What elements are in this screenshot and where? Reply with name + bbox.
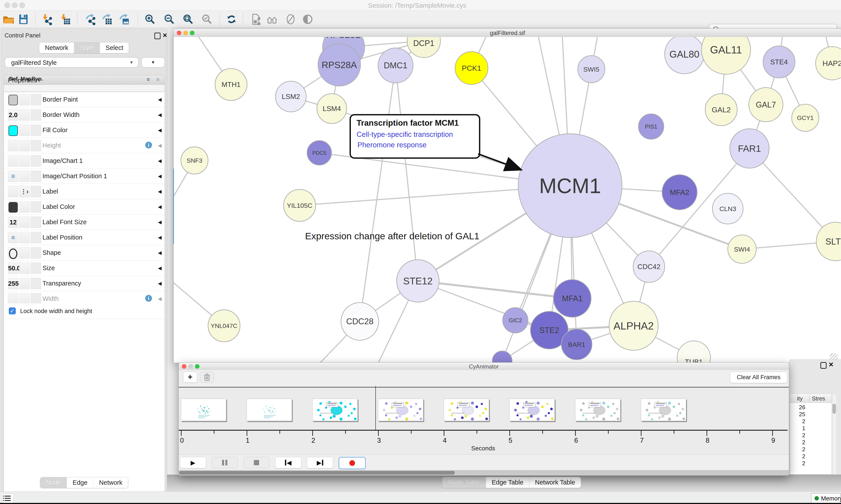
property-row-image-chart-position-1[interactable]: ≡Image/Chart Position 1◀ bbox=[4, 168, 165, 184]
mapping-cell[interactable] bbox=[19, 170, 30, 182]
hide-icon[interactable] bbox=[285, 13, 297, 25]
mapping-cell[interactable] bbox=[19, 263, 30, 274]
network-node-mfa2[interactable]: MFA2 bbox=[662, 175, 697, 210]
mapping-cell[interactable] bbox=[19, 232, 30, 243]
bypass-cell[interactable] bbox=[31, 263, 41, 274]
default-value-cell[interactable] bbox=[8, 155, 18, 167]
network-node-gic2[interactable]: GIC2 bbox=[503, 308, 528, 333]
open-session-icon[interactable] bbox=[3, 13, 15, 25]
network-node-ste12[interactable]: STE12 bbox=[397, 260, 439, 302]
mapping-cell[interactable] bbox=[19, 293, 30, 305]
frame-thumbnail-7[interactable] bbox=[641, 399, 686, 421]
default-value-cell[interactable]: 12 bbox=[8, 217, 18, 228]
float-window-icon[interactable] bbox=[820, 362, 826, 369]
annotation-link[interactable]: Pheromone response bbox=[357, 141, 427, 149]
zoom-out-icon[interactable] bbox=[163, 13, 175, 25]
default-value-cell[interactable]: ≡ bbox=[8, 170, 18, 182]
tab-style[interactable]: Style bbox=[74, 42, 100, 53]
property-row-label[interactable]: ⋮›Label◀ bbox=[4, 184, 165, 199]
mapping-cell[interactable] bbox=[19, 125, 30, 136]
lock-size-checkbox[interactable]: ✓ bbox=[9, 307, 16, 314]
network-node-mcm1[interactable]: MCM1 bbox=[518, 134, 622, 237]
default-value-cell[interactable]: 255 bbox=[8, 278, 18, 289]
property-row-label-font-size[interactable]: 12Label Font Size◀ bbox=[4, 215, 165, 230]
zoom-fit-icon[interactable] bbox=[182, 13, 194, 25]
frame-thumbnail-5[interactable] bbox=[509, 399, 555, 421]
show-icon[interactable] bbox=[302, 13, 314, 25]
expand-all-icon[interactable]: » bbox=[145, 78, 153, 82]
network-node-lsm2[interactable]: LSM2 bbox=[275, 81, 306, 112]
expand-row-icon[interactable]: ◀ bbox=[158, 97, 162, 103]
clone-network-icon[interactable] bbox=[250, 13, 262, 25]
default-value-cell[interactable] bbox=[8, 140, 18, 151]
network-node-cdc42[interactable]: CDC42 bbox=[633, 251, 665, 283]
timeline-scrollbar[interactable] bbox=[179, 470, 789, 475]
column-divider[interactable] bbox=[809, 395, 810, 402]
network-node-ynl047c[interactable]: YNL047C bbox=[208, 310, 240, 342]
style-selector[interactable]: galFiltered Style ▼ bbox=[5, 57, 139, 68]
frame-thumbnail-4[interactable] bbox=[444, 399, 489, 421]
mapping-cell[interactable] bbox=[19, 217, 30, 228]
mapping-cell[interactable] bbox=[19, 247, 30, 258]
import-table-icon[interactable] bbox=[59, 13, 71, 25]
network-node-gal80[interactable]: GAL80 bbox=[665, 37, 704, 74]
stop-button[interactable] bbox=[243, 457, 270, 468]
property-row-label-color[interactable]: Label Color◀ bbox=[4, 199, 165, 215]
tab-network[interactable]: Network bbox=[93, 477, 128, 488]
property-row-border-width[interactable]: 2.0Border Width◀ bbox=[4, 107, 165, 123]
network-node-slt2[interactable]: SLT2 bbox=[816, 222, 841, 261]
default-value-cell[interactable]: 2.0 bbox=[8, 109, 18, 121]
default-value-cell[interactable] bbox=[8, 293, 18, 305]
add-frame-button[interactable]: + bbox=[183, 372, 197, 383]
network-node-gcy1[interactable]: GCY1 bbox=[792, 104, 819, 131]
bypass-cell[interactable] bbox=[31, 217, 41, 228]
skip-end-button[interactable]: ▶ bbox=[307, 457, 333, 468]
table-scrollbar-thumb[interactable] bbox=[833, 404, 836, 414]
default-value-cell[interactable]: 50.0 bbox=[8, 263, 18, 274]
bypass-cell[interactable] bbox=[31, 109, 41, 121]
default-value-cell[interactable]: ≡ bbox=[8, 232, 18, 243]
expand-row-icon[interactable]: ◀ bbox=[158, 158, 162, 164]
bypass-cell[interactable] bbox=[31, 278, 41, 289]
bypass-cell[interactable] bbox=[31, 170, 41, 182]
frame-thumbnail-3[interactable] bbox=[378, 399, 423, 421]
network-node-mth1[interactable]: MTH1 bbox=[215, 69, 247, 101]
frame-thumbnail-0[interactable] bbox=[181, 399, 226, 421]
bypass-cell[interactable] bbox=[31, 94, 41, 105]
tab-network-table[interactable]: Network Table bbox=[529, 477, 581, 488]
mapping-cell[interactable] bbox=[19, 155, 30, 167]
bypass-cell[interactable] bbox=[31, 232, 41, 243]
expand-row-icon[interactable]: ◀ bbox=[158, 189, 162, 194]
playhead[interactable] bbox=[375, 386, 376, 430]
expand-row-icon[interactable]: ◀ bbox=[158, 127, 162, 133]
clear-all-frames-button[interactable]: Clear All Frames bbox=[730, 372, 787, 383]
network-node-swi4[interactable]: SWI4 bbox=[728, 235, 756, 264]
info-icon[interactable]: i bbox=[145, 142, 152, 148]
skip-start-button[interactable]: ◀ bbox=[275, 457, 301, 468]
network-node-pis1[interactable]: PIS1 bbox=[639, 114, 664, 139]
mapping-cell[interactable] bbox=[19, 278, 30, 289]
network-node-ste4[interactable]: STE4 bbox=[763, 46, 795, 78]
mapping-cell[interactable] bbox=[19, 201, 30, 213]
tab-node[interactable]: Node bbox=[40, 477, 67, 488]
property-row-size[interactable]: 50.0Size◀ bbox=[4, 260, 165, 276]
table-column-header[interactable]: ity bbox=[790, 395, 803, 402]
network-node-gal11[interactable]: GAL11 bbox=[701, 37, 751, 74]
network-node-pck1[interactable]: PCK1 bbox=[455, 52, 488, 85]
frame-thumbnail-1[interactable] bbox=[247, 399, 292, 421]
app-minimize-icon[interactable] bbox=[12, 2, 18, 8]
export-table-icon[interactable] bbox=[101, 13, 113, 25]
collapse-all-icon[interactable]: « bbox=[155, 78, 162, 82]
network-node-tub1[interactable]: TUB1 bbox=[677, 341, 711, 363]
group-nodes-icon[interactable] bbox=[266, 13, 278, 25]
bypass-cell[interactable] bbox=[31, 186, 41, 197]
network-node-cln3[interactable]: CLN3 bbox=[713, 193, 743, 224]
property-row-transparency[interactable]: 255Transparency◀ bbox=[4, 276, 165, 291]
network-node-hap2[interactable]: HAP2 bbox=[816, 47, 841, 80]
default-value-cell[interactable] bbox=[8, 186, 18, 197]
style-options-button[interactable]: ▼ bbox=[141, 57, 165, 68]
network-node-cdc28[interactable]: CDC28 bbox=[341, 303, 379, 340]
property-row-border-paint[interactable]: Border Paint◀ bbox=[4, 92, 165, 107]
tab-select[interactable]: Select bbox=[100, 42, 129, 53]
play-button[interactable]: ▶ bbox=[180, 457, 206, 468]
